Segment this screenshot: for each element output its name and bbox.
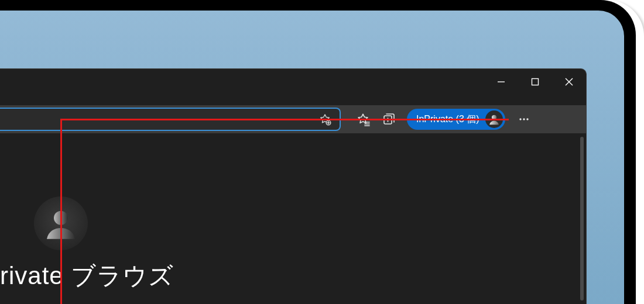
svg-point-14 — [519, 118, 521, 120]
maximize-button[interactable] — [518, 69, 552, 95]
close-icon — [564, 77, 574, 87]
svg-rect-1 — [532, 79, 539, 85]
page-content: rivate ブラウズ — [0, 133, 586, 304]
close-button[interactable] — [552, 69, 586, 95]
inprivate-headline: rivate ブラウズ — [0, 260, 174, 292]
maximize-icon — [531, 78, 539, 86]
annotation-line-vertical — [60, 119, 62, 304]
settings-and-more-button[interactable] — [511, 108, 537, 131]
browser-window: InPrivate (3 個) — [0, 68, 587, 304]
annotation-line-horizontal — [60, 119, 509, 120]
screenshot-root: InPrivate (3 個) — [0, 0, 644, 304]
minimize-icon — [497, 78, 505, 86]
svg-point-16 — [526, 118, 528, 120]
more-icon — [518, 113, 530, 125]
vertical-scrollbar[interactable] — [580, 137, 584, 300]
svg-point-15 — [523, 118, 525, 120]
window-caption-controls — [484, 69, 586, 95]
minimize-button[interactable] — [484, 69, 518, 95]
